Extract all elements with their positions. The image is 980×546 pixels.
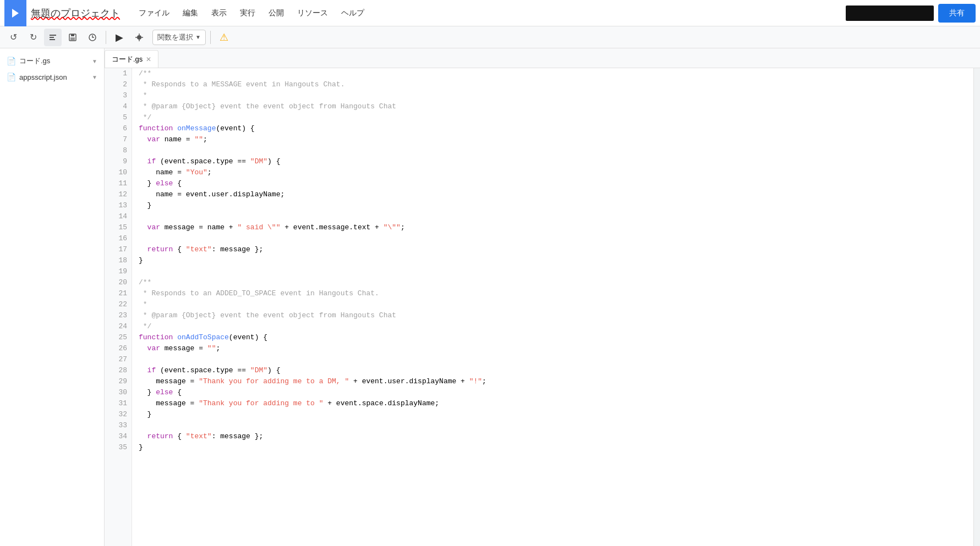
svg-rect-5 [71,34,74,36]
chevron-down-icon: ▼ [92,74,97,80]
indent-button[interactable] [44,29,62,46]
account-info [846,5,934,21]
sidebar: 📄 コード.gs ▼ 📄 appsscript.json ▼ [0,48,105,546]
function-select[interactable]: 関数を選択 ▼ [152,30,206,45]
sidebar-file-code-name: コード.gs [19,56,89,66]
chevron-down-icon: ▼ [195,34,201,40]
header: 無題のプロジェクト ファイル 編集 表示 実行 公開 リソース ヘルプ 共有 [0,0,980,26]
logo-arrow [4,0,26,26]
suggestions-button[interactable]: ⚠ [215,29,233,46]
chevron-down-icon: ▼ [92,58,97,64]
menu-file[interactable]: ファイル [133,6,175,20]
close-icon[interactable]: ✕ [146,56,151,63]
svg-rect-3 [50,39,55,40]
file-icon: 📄 [7,73,16,81]
editor[interactable]: 1 2 3 4 5 6 7 8 9 10 11 12 13 14 15 16 1… [105,68,980,546]
svg-rect-1 [50,35,56,36]
main: 📄 コード.gs ▼ 📄 appsscript.json ▼ コード.gs ✕ … [0,48,980,546]
menu-bar: ファイル 編集 表示 実行 公開 リソース ヘルプ [133,6,370,20]
toolbar-separator-1 [106,31,106,44]
menu-resources[interactable]: リソース [292,6,333,20]
menu-publish[interactable]: 公開 [263,6,289,20]
menu-run[interactable]: 実行 [234,6,261,20]
tab-code[interactable]: コード.gs ✕ [105,50,158,68]
project-title[interactable]: 無題のプロジェクト [31,7,120,20]
undo-button[interactable]: ↺ [4,29,22,46]
sidebar-file-appsscript[interactable]: 📄 appsscript.json ▼ [0,69,104,85]
editor-container: コード.gs ✕ 1 2 3 4 5 6 7 8 9 10 11 12 13 1… [105,48,980,546]
svg-rect-6 [70,37,75,40]
code-editor[interactable]: /** * Responds to a MESSAGE event in Han… [132,68,973,546]
sidebar-file-code[interactable]: 📄 コード.gs ▼ [0,53,104,69]
share-button[interactable]: 共有 [938,4,976,23]
redo-button[interactable]: ↻ [24,29,42,46]
svg-marker-0 [12,9,19,18]
sidebar-file-appsscript-name: appsscript.json [19,73,89,81]
line-numbers: 1 2 3 4 5 6 7 8 9 10 11 12 13 14 15 16 1… [105,68,132,546]
svg-point-8 [137,35,141,40]
function-select-label: 関数を選択 [157,32,193,42]
svg-rect-2 [50,37,54,38]
file-icon: 📄 [7,57,16,65]
menu-view[interactable]: 表示 [206,6,232,20]
tab-label: コード.gs [112,54,143,64]
tab-bar: コード.gs ✕ [105,48,980,68]
scrollbar[interactable] [973,68,980,546]
history-button[interactable] [84,29,101,46]
toolbar: ↺ ↻ ▶ 関数を選択 ▼ ⚠ [0,26,980,48]
toolbar-separator-2 [210,31,211,44]
menu-edit[interactable]: 編集 [177,6,204,20]
header-right: 共有 [846,4,976,23]
save-button[interactable] [64,29,81,46]
debug-button[interactable] [130,29,148,46]
run-button[interactable]: ▶ [111,29,128,46]
menu-help[interactable]: ヘルプ [336,6,370,20]
